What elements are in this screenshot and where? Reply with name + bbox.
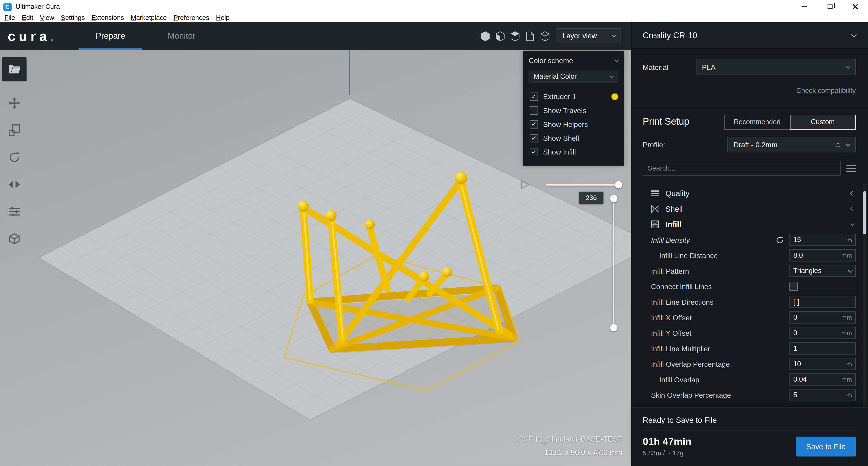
minimize-button[interactable] — [792, 0, 817, 13]
reset-icon[interactable] — [776, 236, 784, 244]
setting-input[interactable]: 5% — [789, 389, 856, 401]
value-area: 0mm — [789, 327, 856, 339]
setting-input[interactable]: 0mm — [789, 327, 856, 339]
layer-slider-top-handle[interactable] — [610, 195, 617, 202]
setting-infill-line-multiplier: Infill Line Multiplier1 — [643, 341, 856, 356]
chevron-down-icon — [846, 64, 850, 68]
material-row: Material PLA — [643, 59, 856, 75]
maximize-button[interactable] — [817, 0, 843, 13]
output-footer: Ready to Save to File 01h 47min 5.83m / … — [631, 407, 868, 466]
menu-settings[interactable]: Settings — [57, 13, 88, 22]
category-quality[interactable]: Quality — [643, 185, 856, 201]
menu-extensions[interactable]: Extensions — [88, 13, 127, 22]
settings-search-input[interactable] — [648, 164, 836, 172]
color-scheme-label: Color scheme — [529, 56, 573, 65]
value-area: 1 — [789, 342, 856, 354]
scale-button[interactable] — [2, 122, 27, 139]
cura-app-icon: C — [3, 2, 12, 11]
view-layers-icon[interactable] — [524, 30, 536, 41]
value-area: 10% — [789, 358, 856, 370]
layer-option-show-infill[interactable]: ✓Show Infill — [523, 145, 624, 159]
menu-preferences[interactable]: Preferences — [170, 13, 213, 22]
print-setup-row: Print Setup Recommended Custom — [643, 114, 856, 129]
recommended-mode-button[interactable]: Recommended — [724, 114, 790, 129]
unit-label: mm — [841, 252, 852, 259]
setting-value: 8.0 — [793, 252, 841, 259]
material-select[interactable]: PLA — [696, 59, 856, 75]
category-label: Quality — [665, 189, 690, 198]
view-top-icon[interactable] — [509, 30, 521, 41]
play-button[interactable]: ▷ — [519, 176, 531, 191]
hamburger-icon — [846, 165, 856, 166]
menu-file[interactable]: File — [1, 13, 19, 22]
settings-filter-icon[interactable] — [846, 165, 856, 172]
menu-marketplace[interactable]: Marketplace — [127, 13, 170, 22]
support-blocker-button[interactable] — [2, 231, 27, 247]
3d-viewport[interactable]: Color scheme Material Color ✓Extruder 1S… — [0, 50, 631, 466]
checkbox[interactable]: ✓ — [530, 92, 538, 101]
setting-infill-density: Infill Density15% — [643, 232, 856, 248]
tab-monitor[interactable]: Monitor — [151, 22, 213, 50]
layer-option-show-travels[interactable]: Show Travels — [523, 104, 624, 117]
setting-checkbox[interactable] — [789, 282, 798, 291]
move-button[interactable] — [2, 95, 27, 111]
setting-input[interactable]: 10% — [789, 358, 856, 370]
setting-value: Triangles — [793, 267, 846, 274]
rotate-button[interactable] — [2, 149, 27, 166]
divider — [631, 108, 868, 109]
simulation-slider-handle[interactable] — [615, 181, 622, 188]
settings-search-box[interactable] — [643, 161, 841, 176]
custom-mode-button[interactable]: Custom — [789, 114, 856, 129]
checkbox[interactable]: ✓ — [530, 120, 538, 128]
setting-input[interactable]: 15% — [789, 234, 856, 246]
window-titlebar: C Ultimaker Cura — [0, 0, 868, 13]
layer-slider-bottom-handle[interactable] — [610, 324, 617, 331]
setting-label: Skin Overlap Percentage — [643, 391, 789, 399]
setting-input[interactable]: 8.0mm — [789, 249, 856, 262]
checkbox[interactable]: ✓ — [530, 134, 538, 143]
color-scheme-header[interactable]: Color scheme — [523, 51, 624, 70]
save-to-file-button[interactable]: Save to File — [796, 437, 856, 457]
logo-text: cura — [8, 28, 50, 44]
simulation-slider[interactable] — [546, 180, 621, 188]
category-infill[interactable]: Infill — [643, 217, 856, 232]
setting-input[interactable]: 0mm — [789, 311, 856, 323]
view-front-icon[interactable] — [494, 30, 506, 41]
mirror-button[interactable] — [2, 176, 27, 193]
simulation-slider-track[interactable] — [546, 184, 621, 185]
settings-scrollbar-thumb[interactable] — [863, 191, 866, 234]
setting-input[interactable]: [ ] — [789, 296, 856, 308]
menu-edit[interactable]: Edit — [19, 13, 37, 22]
check-compatibility-link[interactable]: Check compatibility — [796, 87, 856, 94]
color-scheme-select[interactable]: Material Color — [529, 70, 618, 83]
menu-view[interactable]: View — [37, 13, 58, 22]
setting-input[interactable]: 1 — [789, 342, 856, 354]
per-model-settings-button[interactable] — [2, 203, 27, 220]
layer-range-slider[interactable]: 236 — [610, 195, 617, 331]
view-outline-icon[interactable] — [539, 30, 551, 41]
open-file-button[interactable] — [2, 57, 27, 82]
layer-slider-track[interactable] — [613, 198, 614, 327]
close-button[interactable] — [842, 0, 868, 13]
chevron-left-icon — [850, 207, 855, 211]
setting-input[interactable]: 0.04mm — [789, 374, 856, 386]
setting-infill-overlap: Infill Overlap0.04mm — [643, 372, 856, 387]
layer-option-extruder-1[interactable]: ✓Extruder 1 — [523, 90, 624, 104]
checkbox[interactable] — [530, 106, 538, 115]
tab-prepare[interactable]: Prepare — [79, 22, 143, 50]
category-shell[interactable]: Shell — [643, 201, 856, 217]
layer-option-show-shell[interactable]: ✓Show Shell — [523, 131, 624, 145]
view-mode-select[interactable]: Layer view — [557, 28, 621, 43]
setting-value: 10 — [793, 360, 846, 368]
star-icon[interactable]: ☆ — [835, 140, 842, 149]
value-area: 15% — [789, 234, 856, 246]
layer-option-show-helpers[interactable]: ✓Show Helpers — [523, 117, 624, 131]
view-3d-icon[interactable] — [479, 30, 491, 41]
setting-select[interactable]: Triangles — [789, 265, 856, 277]
menu-help[interactable]: Help — [213, 13, 233, 22]
profile-value: Draft - 0.2mm — [734, 141, 835, 149]
print-settings-panel: Creality CR-10 Material PLA Check compat… — [631, 22, 868, 466]
printer-selector[interactable]: Creality CR-10 — [631, 22, 868, 49]
profile-select[interactable]: Draft - 0.2mm ☆ — [727, 137, 856, 152]
checkbox[interactable]: ✓ — [530, 148, 538, 156]
